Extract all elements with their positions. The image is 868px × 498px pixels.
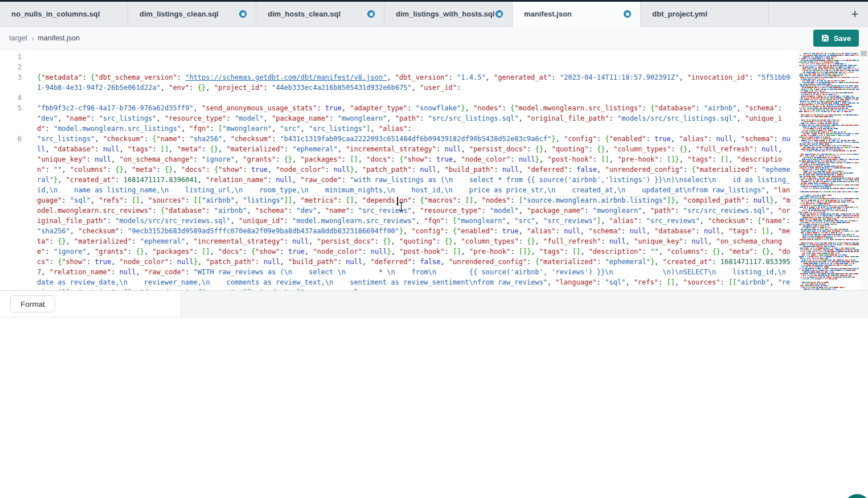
line-number: 3 [0,72,25,93]
mouse-ibeam-cursor [399,202,404,213]
breadcrumb-segment: manifest.json [38,34,80,42]
code-line-text[interactable] [25,93,797,103]
save-button[interactable]: Save [813,30,859,47]
tab-bar: no_nulls_in_columns.sqldim_listings_clea… [0,2,868,27]
new-tab-button[interactable]: + [846,6,863,23]
tab-label: dim_listings_with_hosts.sql [396,10,494,18]
modified-indicator-icon[interactable] [496,10,503,18]
code-line: 5"fbb9f3c2-cf96-4a17-b736-976a62d35ff9",… [0,103,797,134]
bottom-panel: Format [0,290,868,498]
tab-bar-tabs: no_nulls_in_columns.sqldim_listings_clea… [0,2,769,27]
line-number: 5 [0,103,25,134]
bottom-panel-header: Format [0,291,868,318]
tab-bar-filler: + [769,2,868,27]
text-cursor-caret [397,197,398,205]
code-editor[interactable]: 123{"metadata": {"dbt_schema_version": "… [0,50,797,290]
tab-no-nulls-in-columns-sql[interactable]: no_nulls_in_columns.sql [0,2,128,27]
code-line: 3{"metadata": {"dbt_schema_version": "ht… [0,72,797,93]
breadcrumb-bar: target›manifest.json Save [0,27,868,50]
bottom-panel-header-right [181,291,868,318]
tab-label: dim_listings_clean.sql [140,10,219,18]
code-line-text[interactable] [25,52,797,62]
line-number: 2 [0,62,25,72]
format-button[interactable]: Format [10,295,55,312]
modified-indicator-icon[interactable] [239,10,247,18]
code-line: 2 [0,62,797,72]
code-line-text[interactable]: "fbb9f3c2-cf96-4a17-b736-976a62d35ff9", … [25,103,797,134]
tab-label: dbt_project.yml [652,10,707,18]
tab-dim-listings-clean-sql[interactable]: dim_listings_clean.sql [128,2,256,27]
code-lines: 123{"metadata": {"dbt_schema_version": "… [0,50,797,290]
tab-dim-listings-with-hosts-sql[interactable]: dim_listings_with_hosts.sql [384,2,513,27]
scrollbar-thumb[interactable] [861,51,867,56]
bottom-panel-header-left: Format [0,291,181,318]
tab-label: manifest.json [524,10,572,18]
breadcrumb: target›manifest.json [9,34,80,43]
tab-label: no_nulls_in_columns.sql [11,10,100,18]
breadcrumb-segment: target [9,34,27,42]
modified-indicator-icon[interactable] [367,10,375,18]
modified-indicator-icon[interactable] [624,10,631,18]
tab-dbt-project-yml[interactable]: dbt_project.yml [641,2,769,27]
save-button-label: Save [834,34,851,43]
tab-dim-hosts-clean-sql[interactable]: dim_hosts_clean.sql [256,2,384,27]
line-number: 1 [0,52,25,62]
code-line-text[interactable] [25,62,797,72]
code-line: 4 [0,93,797,103]
tab-manifest-json[interactable]: manifest.json [513,2,641,27]
code-line-text[interactable]: {"metadata": {"dbt_schema_version": "htt… [25,72,797,93]
minimap[interactable] [797,50,859,290]
breadcrumb-separator: › [31,34,34,43]
tab-label: dim_hosts_clean.sql [268,10,341,18]
code-line: 1 [0,52,797,62]
ide-window: no_nulls_in_columns.sqldim_listings_clea… [0,0,868,498]
save-icon [821,34,829,42]
editor-scrollbar[interactable] [859,50,868,290]
line-number: 6 [0,134,25,290]
line-number: 4 [0,93,25,103]
results-panel [0,318,868,498]
code-line-text[interactable]: "src_listings", "checksum": {"name": "sh… [25,134,797,290]
